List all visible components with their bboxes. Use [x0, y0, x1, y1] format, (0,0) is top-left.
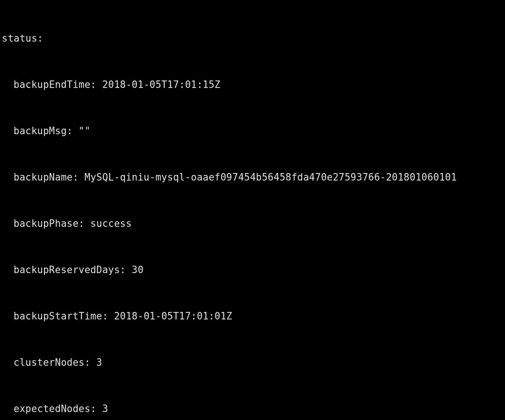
yaml-key: backupEndTime:	[14, 79, 96, 90]
terminal-output: status: backupEndTime: 2018-01-05T17:01:…	[2, 0, 505, 420]
yaml-value: ""	[72, 125, 90, 137]
yaml-value: 2018-01-05T17:01:15Z	[96, 79, 220, 90]
yaml-key: clusterNodes:	[14, 357, 90, 368]
yaml-key: backupStartTime:	[14, 311, 108, 322]
yaml-line: clusterNodes: 3	[2, 355, 505, 370]
yaml-value: success	[85, 218, 132, 229]
yaml-key: status:	[2, 33, 43, 44]
yaml-line: expectedNodes: 3	[2, 401, 505, 417]
yaml-key: expectedNodes:	[14, 403, 96, 414]
yaml-value: 2018-01-05T17:01:01Z	[108, 311, 232, 322]
yaml-line: backupMsg: ""	[2, 123, 505, 139]
yaml-line: backupName: MySQL-qiniu-mysql-oaaef09745…	[2, 170, 505, 185]
yaml-line: status:	[2, 31, 505, 46]
yaml-value: 3	[96, 403, 108, 414]
yaml-key: backupReservedDays:	[14, 264, 126, 275]
yaml-line: backupStartTime: 2018-01-05T17:01:01Z	[2, 309, 505, 324]
yaml-key: backupName:	[14, 172, 79, 183]
yaml-value: MySQL-qiniu-mysql-oaaef097454b56458fda47…	[79, 172, 457, 183]
yaml-line: backupReservedDays: 30	[2, 262, 505, 278]
yaml-key: backupMsg:	[14, 125, 72, 137]
yaml-value: 3	[90, 357, 102, 368]
yaml-line: backupPhase: success	[2, 216, 505, 232]
yaml-line: backupEndTime: 2018-01-05T17:01:15Z	[2, 77, 505, 93]
yaml-key: backupPhase:	[14, 218, 85, 229]
yaml-value: 30	[126, 264, 144, 275]
